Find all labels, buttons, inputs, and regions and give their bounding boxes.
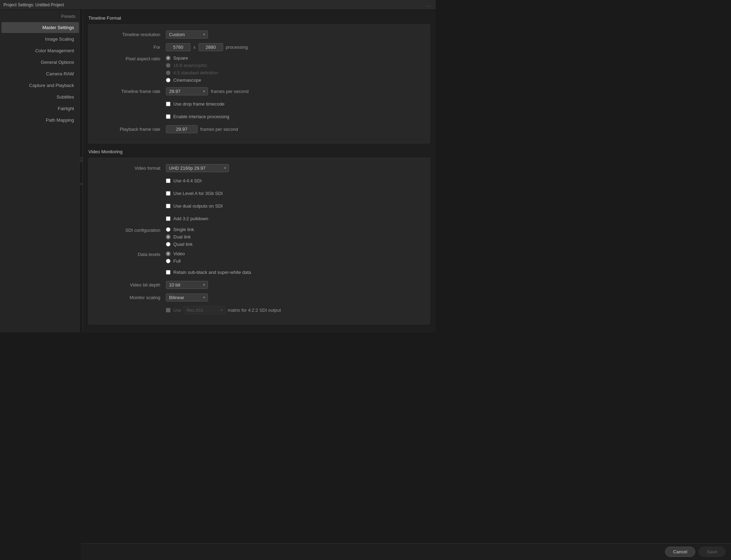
frame-rate-label: Timeline frame rate xyxy=(96,89,166,94)
matrix-row: Use Rec.601 Rec.709 matrix for 4:2:2 SDI… xyxy=(96,306,423,314)
interlace-row: Enable interlace processing xyxy=(96,112,423,121)
bit-depth-select-wrapper[interactable]: 8 bit 10 bit 12 bit xyxy=(166,281,208,289)
content-area: Timeline Format Timeline resolution Cust… xyxy=(83,10,436,332)
sdi-config-group: Single link Dual link Quad link xyxy=(166,227,194,247)
playback-frame-rate-label: Playback frame rate xyxy=(96,127,166,132)
radio-anamorphic-label: 16:9 anamorphic xyxy=(173,63,207,68)
title-bar: Project Settings: Untitled Project ... xyxy=(0,0,436,10)
radio-square-label[interactable]: Square xyxy=(173,55,188,61)
use-level-a-row: Use Level A for 3Gb SDI xyxy=(96,189,423,197)
timeline-format-title: Timeline Format xyxy=(88,15,430,21)
use-level-a-checkbox[interactable] xyxy=(166,191,170,196)
radio-cinemascope-label[interactable]: Cinemascope xyxy=(173,77,201,83)
monitor-scaling-select-wrapper[interactable]: Bilinear Bicubic Nearest xyxy=(166,294,208,302)
frame-rate-select-wrapper[interactable]: 23.976 24 25 29.97 30 48 50 59.94 60 xyxy=(166,87,208,95)
pulldown-item[interactable]: Add 3:2 pulldown xyxy=(166,216,208,221)
use-444-checkbox[interactable] xyxy=(166,178,170,183)
x-separator: x xyxy=(193,45,196,50)
video-monitoring-title: Video Monitoring xyxy=(88,149,430,154)
radio-single-link-label[interactable]: Single link xyxy=(173,227,194,232)
pulldown-checkbox[interactable] xyxy=(166,216,170,221)
sdi-config-row: SDI configuration Single link Dual link xyxy=(96,227,423,247)
dual-outputs-checkbox[interactable] xyxy=(166,204,170,208)
data-levels-label: Data levels xyxy=(96,251,166,257)
radio-square[interactable]: Square xyxy=(166,55,218,61)
interlace-checkbox[interactable] xyxy=(166,114,170,119)
sidebar: Presets Master Settings Image Scaling Co… xyxy=(0,10,81,332)
radio-full[interactable]: Full xyxy=(166,258,185,264)
pulldown-row: Add 3:2 pulldown xyxy=(96,214,423,223)
width-input[interactable]: 5760 xyxy=(166,43,190,51)
frame-rate-row: Timeline frame rate 23.976 24 25 29.97 3… xyxy=(96,87,423,95)
radio-dual-link[interactable]: Dual link xyxy=(166,234,194,239)
playback-fps-label: frames per second xyxy=(200,127,238,132)
video-format-label: Video format xyxy=(96,166,166,171)
data-levels-group: Video Full xyxy=(166,251,185,264)
interlace-label[interactable]: Enable interlace processing xyxy=(173,114,229,119)
sidebar-item-path-mapping[interactable]: Path Mapping xyxy=(1,115,79,126)
sidebar-item-general-options[interactable]: General Options xyxy=(1,57,79,68)
sidebar-presets-label[interactable]: Presets xyxy=(0,13,80,22)
sidebar-item-subtitles[interactable]: Subtitles xyxy=(1,92,79,102)
radio-anamorphic: 16:9 anamorphic xyxy=(166,63,218,68)
interlace-checkbox-item[interactable]: Enable interlace processing xyxy=(166,114,229,119)
matrix-suffix: matrix for 4:2:2 SDI output xyxy=(228,308,281,313)
drop-frame-checkbox-item[interactable]: Use drop frame timecode xyxy=(166,101,224,107)
window-menu-dots[interactable]: ... xyxy=(426,2,432,8)
dual-outputs-label[interactable]: Use dual outputs on SDI xyxy=(173,203,223,209)
resolution-select[interactable]: Custom HD 1080p HD 720p UHD 2160p 4K DCI xyxy=(166,31,208,39)
resolution-select-wrapper[interactable]: Custom HD 1080p HD 720p UHD 2160p 4K DCI xyxy=(166,31,208,39)
resolution-dimensions-row: For 5760 x 2880 processing xyxy=(96,43,423,51)
radio-cinemascope[interactable]: Cinemascope xyxy=(166,77,218,83)
height-input[interactable]: 2880 xyxy=(199,43,223,51)
video-format-select-wrapper[interactable]: UHD 2160p 29.97 HD 1080p 29.97 HD 720p 2… xyxy=(166,164,229,172)
monitor-scaling-label: Monitor scaling xyxy=(96,295,166,300)
sidebar-item-image-scaling[interactable]: Image Scaling xyxy=(1,34,79,45)
playback-frame-rate-row: Playback frame rate 29.97 frames per sec… xyxy=(96,125,423,133)
use-444-label[interactable]: Use 4:4:4 SDI xyxy=(173,178,202,183)
matrix-checkbox xyxy=(166,308,170,312)
monitor-scaling-row: Monitor scaling Bilinear Bicubic Nearest xyxy=(96,293,423,302)
video-monitoring-box: Video format UHD 2160p 29.97 HD 1080p 29… xyxy=(88,158,430,324)
playback-frame-rate-input[interactable]: 29.97 xyxy=(166,125,197,133)
radio-video-label[interactable]: Video xyxy=(173,251,185,256)
sidebar-item-fairlight[interactable]: Fairlight xyxy=(1,103,79,114)
timeline-format-box: Timeline resolution Custom HD 1080p HD 7… xyxy=(88,24,430,143)
sidebar-item-camera-raw[interactable]: Camera RAW xyxy=(1,68,79,79)
retain-label[interactable]: Retain sub-black and super-white data xyxy=(173,270,251,275)
sdi-config-label: SDI configuration xyxy=(96,227,166,233)
radio-single-link[interactable]: Single link xyxy=(166,227,194,232)
frame-rate-select[interactable]: 23.976 24 25 29.97 30 48 50 59.94 60 xyxy=(166,87,208,95)
use-level-a-item[interactable]: Use Level A for 3Gb SDI xyxy=(166,191,223,196)
retain-checkbox[interactable] xyxy=(166,270,170,275)
drop-frame-label[interactable]: Use drop frame timecode xyxy=(173,101,224,107)
radio-quad-link-label[interactable]: Quad link xyxy=(173,242,193,247)
monitor-scaling-select[interactable]: Bilinear Bicubic Nearest xyxy=(166,294,208,302)
bit-depth-label: Video bit depth xyxy=(96,282,166,288)
data-levels-row: Data levels Video Full xyxy=(96,251,423,264)
fps-label: frames per second xyxy=(211,89,249,94)
timeline-resolution-row: Timeline resolution Custom HD 1080p HD 7… xyxy=(96,30,423,39)
sidebar-item-master-settings[interactable]: Master Settings xyxy=(1,22,79,33)
sidebar-item-capture-playback[interactable]: Capture and Playback xyxy=(1,80,79,91)
matrix-select: Rec.601 Rec.709 xyxy=(183,306,226,314)
pulldown-label[interactable]: Add 3:2 pulldown xyxy=(173,216,208,221)
video-format-select[interactable]: UHD 2160p 29.97 HD 1080p 29.97 HD 720p 2… xyxy=(166,164,229,172)
matrix-use-label: Use xyxy=(173,308,181,313)
radio-full-label[interactable]: Full xyxy=(173,258,181,264)
drop-frame-row: Use drop frame timecode xyxy=(96,100,423,108)
bit-depth-select[interactable]: 8 bit 10 bit 12 bit xyxy=(166,281,208,289)
retain-item[interactable]: Retain sub-black and super-white data xyxy=(166,270,251,275)
dual-outputs-item[interactable]: Use dual outputs on SDI xyxy=(166,203,223,209)
drop-frame-checkbox[interactable] xyxy=(166,102,170,106)
timeline-resolution-label: Timeline resolution xyxy=(96,32,166,37)
radio-video[interactable]: Video xyxy=(166,251,185,256)
pixel-aspect-label: Pixel aspect ratio xyxy=(96,55,166,61)
radio-quad-link[interactable]: Quad link xyxy=(166,242,194,247)
radio-dual-link-label[interactable]: Dual link xyxy=(173,234,191,239)
use-444-item[interactable]: Use 4:4:4 SDI xyxy=(166,178,202,183)
sidebar-item-color-management[interactable]: Color Management xyxy=(1,45,79,56)
retain-row: Retain sub-black and super-white data xyxy=(96,268,423,276)
use-level-a-label[interactable]: Use Level A for 3Gb SDI xyxy=(173,191,223,196)
radio-standard-label: 4:3 standard definition xyxy=(173,70,218,75)
